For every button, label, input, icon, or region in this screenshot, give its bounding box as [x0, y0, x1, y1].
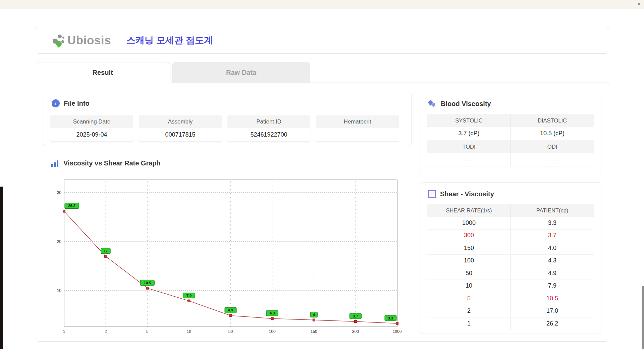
table-grid-icon — [428, 190, 436, 198]
window-titlebar: × — [0, 0, 644, 9]
field-value: 52461922700 — [227, 128, 310, 142]
svg-text:10.5: 10.5 — [144, 281, 151, 285]
viscosity-vs-shear-rate-chart: 1251050100150300100010203026.21710.57.94… — [54, 176, 403, 335]
app-header: Ubiosis 스캐닝 모세관 점도계 — [35, 27, 609, 54]
svg-text:10: 10 — [187, 329, 192, 334]
patient-viscosity-cell: 7.9 — [511, 280, 594, 293]
viscosity-graph-card: Viscosity vs Shear Rate Graph 1251050100… — [43, 153, 412, 339]
shear-table-row: 1504.0 — [427, 242, 594, 255]
field-value: 000717815 — [139, 128, 222, 142]
shear-rate-cell: 1 — [427, 317, 511, 330]
info-icon: i — [52, 99, 60, 107]
shear-rate-cell: 1000 — [427, 217, 511, 230]
shear-table-row: 510.5 — [427, 292, 594, 305]
patient-viscosity-cell: 4.3 — [511, 255, 594, 267]
shear-rate-cell: 150 — [427, 242, 511, 255]
bv-value-diastolic: 10.5 (cP) — [511, 127, 594, 140]
svg-text:3.7: 3.7 — [353, 314, 358, 318]
field-patient-id: Patient ID 52461922700 — [227, 115, 310, 142]
file-info-card: i File Info Scanning Date 2025-09-04 Ass… — [43, 92, 412, 146]
bv-value-todi: – — [427, 153, 511, 166]
field-scanning-date: Scanning Date 2025-09-04 — [50, 115, 133, 142]
field-label: Scanning Date — [50, 115, 133, 128]
logo-text: Ubiosis — [67, 34, 111, 47]
bv-label-diastolic: DIASTOLIC — [511, 114, 594, 127]
shear-viscosity-card: Shear - Viscosity SHEAR RATE(1/s) PATIEN… — [420, 182, 601, 334]
shear-table-row: 504.9 — [427, 267, 594, 280]
shear-table-row: 107.9 — [427, 280, 594, 293]
blood-viscosity-header: Blood Viscosity — [428, 99, 491, 108]
field-hematocrit: Hematocrit — [316, 115, 399, 142]
field-label: Hematocrit — [316, 115, 399, 128]
result-panel: i File Info Scanning Date 2025-09-04 Ass… — [35, 83, 609, 342]
shear-rate-cell: 10 — [427, 280, 511, 293]
column-shear-rate: SHEAR RATE(1/s) — [427, 204, 511, 217]
svg-text:100: 100 — [269, 329, 276, 334]
svg-text:17: 17 — [104, 249, 108, 253]
svg-text:1: 1 — [63, 329, 65, 334]
desktop-background-right — [642, 286, 644, 349]
shear-rate-cell: 50 — [427, 267, 511, 280]
patient-viscosity-cell: 26.2 — [511, 317, 594, 330]
shear-table-row: 126.2 — [427, 317, 594, 330]
blood-viscosity-card: Blood Viscosity SYSTOLIC DIASTOLIC 3.7 (… — [420, 92, 601, 174]
patient-viscosity-cell: 10.5 — [511, 292, 594, 305]
shear-table-body: 10003.33003.71504.01004.3504.9107.9510.5… — [427, 217, 594, 330]
file-info-title: File Info — [64, 100, 90, 107]
patient-viscosity-cell: 4.9 — [511, 267, 594, 280]
shear-rate-cell: 2 — [427, 305, 511, 318]
tab-raw-data-label: Raw Data — [226, 69, 256, 77]
svg-text:1000: 1000 — [393, 329, 402, 334]
svg-text:26.2: 26.2 — [68, 204, 75, 208]
bv-label-todi: TODI — [427, 140, 511, 153]
field-value — [316, 128, 399, 142]
graph-title: Viscosity vs Shear Rate Graph — [63, 159, 161, 167]
app-title: 스캐닝 모세관 점도계 — [126, 34, 213, 46]
patient-viscosity-cell: 3.7 — [511, 230, 594, 242]
patient-viscosity-cell: 3.3 — [511, 217, 594, 230]
svg-text:50: 50 — [228, 329, 233, 334]
logo-dots-icon — [51, 32, 67, 49]
shear-rate-cell: 5 — [427, 292, 511, 305]
field-label: Patient ID — [227, 115, 310, 128]
shear-viscosity-header: Shear - Viscosity — [428, 190, 494, 198]
svg-text:20: 20 — [57, 239, 62, 244]
patient-viscosity-cell: 4.0 — [511, 242, 594, 255]
droplets-icon — [428, 99, 437, 108]
tab-result-label: Result — [92, 69, 113, 77]
field-value: 2025-09-04 — [50, 128, 133, 142]
bv-value-systolic: 3.7 (cP) — [427, 127, 511, 140]
shear-rate-cell: 100 — [427, 255, 511, 267]
shear-table-row: 1004.3 — [427, 255, 594, 267]
bv-label-systolic: SYSTOLIC — [427, 114, 511, 127]
blood-viscosity-title: Blood Viscosity — [441, 100, 491, 108]
svg-text:4.9: 4.9 — [228, 308, 233, 312]
shear-table-row: 10003.3 — [427, 217, 594, 230]
svg-text:150: 150 — [311, 329, 317, 334]
shear-viscosity-title: Shear - Viscosity — [440, 190, 494, 198]
shear-rate-cell: 300 — [427, 230, 511, 242]
column-patient: PATIENT(cp) — [511, 204, 594, 217]
patient-viscosity-cell: 17.0 — [511, 305, 594, 318]
bv-label-odi: ODI — [511, 140, 594, 153]
tab-result[interactable]: Result — [35, 62, 170, 83]
shear-table-row: 217.0 — [427, 305, 594, 318]
window-close-icon[interactable]: × — [637, 1, 641, 7]
shear-table-header-row: SHEAR RATE(1/s) PATIENT(cp) — [427, 204, 594, 217]
field-label: Assembly — [139, 115, 222, 128]
tab-raw-data[interactable]: Raw Data — [172, 62, 310, 83]
file-info-fields: Scanning Date 2025-09-04 Assembly 000717… — [50, 115, 399, 142]
field-assembly: Assembly 000717815 — [139, 115, 222, 142]
graph-header: Viscosity vs Shear Rate Graph — [51, 159, 161, 167]
svg-text:3.3: 3.3 — [388, 316, 393, 320]
shear-viscosity-table: SHEAR RATE(1/s) PATIENT(cp) 10003.33003.… — [427, 204, 594, 330]
ubiosis-logo: Ubiosis — [51, 32, 111, 49]
svg-text:300: 300 — [352, 329, 359, 334]
svg-text:10: 10 — [57, 288, 62, 293]
bar-chart-icon — [51, 160, 59, 167]
svg-text:5: 5 — [146, 329, 149, 334]
shear-table-row: 3003.7 — [427, 230, 594, 242]
blood-viscosity-grid: SYSTOLIC DIASTOLIC 3.7 (cP) 10.5 (cP) TO… — [427, 114, 594, 166]
svg-text:4.3: 4.3 — [270, 311, 275, 315]
svg-text:4: 4 — [313, 313, 315, 317]
